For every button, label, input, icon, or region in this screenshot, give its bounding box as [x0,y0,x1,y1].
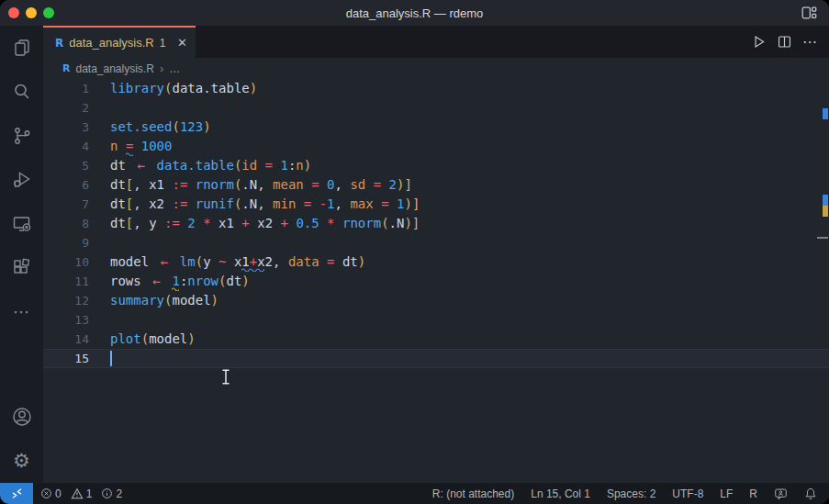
code-token: model [172,293,210,308]
vscode-window: data_analysis.R — rdemo [0,0,829,504]
more-views-icon[interactable]: ⋯ [0,290,43,334]
remote-icon [10,487,24,500]
run-and-debug-icon[interactable] [0,158,43,202]
code-token: mean [273,177,304,192]
code-line[interactable]: 7dt[, x2 := runif(.N, min = -1, max = 1)… [43,195,829,214]
r-session-status[interactable]: R: (not attached) [432,487,514,500]
minimize-window-button[interactable] [26,7,37,18]
window-title: data_analysis.R — rdemo [0,6,829,20]
code-line[interactable]: 3set.seed(123) [43,118,829,137]
code-text: summary(model) [110,291,218,310]
code-token: - [319,196,327,211]
code-line[interactable]: 5dt ← data.table(id = 1:n) [43,156,829,175]
code-text: model ← lm(y ~ x1+x2, data = dt) [110,252,365,272]
close-window-button[interactable] [8,7,19,18]
code-text: set.seed(123) [110,118,211,137]
code-token: )] [404,216,420,230]
code-token: := [164,216,180,230]
code-token: * [327,216,334,230]
breadcrumb-file[interactable]: data_analysis.R [75,62,153,75]
line-number: 12 [43,291,89,310]
line-number: 5 [43,156,89,175]
code-token: dt [110,216,126,230]
explorer-icon[interactable] [0,26,43,70]
code-text: dt[, x2 := runif(.N, min = -1, max = 1)] [110,195,420,214]
code-token: .N, [241,196,273,211]
code-line[interactable]: 9 [43,233,829,252]
code-token [374,196,381,211]
line-number: 7 [43,195,89,214]
code-text: dt[, x1 := rnorm(.N, mean = 0, sd = 2)] [110,175,412,195]
code-token [172,254,179,269]
code-line[interactable]: 11rows ← 1:nrow(dt) [43,272,829,291]
encoding-status[interactable]: UTF-8 [672,487,703,500]
remote-indicator[interactable] [0,483,33,504]
tab-label: data_analysis.R [69,36,154,50]
customize-layout-icon[interactable] [800,4,818,22]
warning-icon [71,487,84,499]
code-token: 1 [172,274,179,288]
code-editor[interactable]: 1library(data.table)23set.seed(123)4n = … [43,79,829,483]
more-actions-icon[interactable]: ⋯ [802,35,817,50]
code-token: nrow [187,274,218,288]
ibeam-mouse-cursor [219,368,232,386]
code-line[interactable]: 1library(data.table) [43,79,829,98]
notifications-bell-icon[interactable] [804,487,817,500]
code-line[interactable]: 10model ← lm(y ~ x1+x2, data = dt) [43,252,829,272]
code-token [118,139,125,153]
code-line[interactable]: 8dt[, y := 2 * x1 + x2 + 0.5 * rnorm(.N)… [43,214,829,233]
code-token: , x2 [133,196,172,211]
search-icon[interactable] [0,70,43,114]
eol-status[interactable]: LF [720,487,733,500]
code-line[interactable]: 13 [43,310,829,330]
code-line[interactable]: 12summary(model) [43,291,829,310]
problems-summary[interactable]: 0 1 2 [40,487,129,500]
settings-gear-icon[interactable]: ⚙ [0,439,43,483]
code-token: + [241,216,249,230]
code-line[interactable]: 6dt[, x1 := rnorm(.N, mean = 0, sd = 2)] [43,175,829,195]
code-token [335,216,342,230]
line-number: 15 [43,349,89,368]
code-token: .N, [241,177,273,192]
code-token: 0.5 [296,216,319,230]
code-token: ) [203,119,210,134]
split-editor-icon[interactable] [777,34,792,50]
tab-data-analysis[interactable]: R data_analysis.R 1 ✕ [43,26,196,58]
code-token [365,177,373,192]
code-token: dt [110,177,126,192]
source-control-icon[interactable] [0,114,43,158]
code-line[interactable]: 14plot(model) [43,330,829,349]
code-text: dt[, y := 2 * x1 + x2 + 0.5 * rnorm(.N)] [110,214,420,233]
code-token: ( [381,216,388,230]
code-token: set.seed [110,119,172,134]
run-file-icon[interactable] [751,34,767,50]
zoom-window-button[interactable] [43,7,54,18]
overview-ruler-warning-mark [823,206,828,217]
code-token: := [172,177,187,192]
code-token: model [110,254,157,269]
extensions-icon[interactable] [0,246,43,290]
text-cursor [110,351,112,366]
cursor-position-status[interactable]: Ln 15, Col 1 [531,487,590,500]
language-mode-status[interactable]: R [749,487,757,500]
breadcrumb-symbol[interactable]: … [169,62,180,75]
code-token: 2 [389,177,397,192]
info-icon [101,487,113,499]
code-token: summary [110,293,164,308]
overview-ruler-info-mark [823,195,828,206]
code-token: 0 [327,177,334,192]
error-count: 0 [55,487,62,500]
code-token: := [172,196,187,211]
code-line[interactable]: 4n = 1000 [43,137,829,156]
code-token: , y [133,216,164,230]
remote-explorer-icon[interactable] [0,202,43,246]
code-line[interactable]: 15 [43,349,829,368]
feedback-icon[interactable] [774,487,788,500]
account-icon[interactable] [0,395,43,439]
close-icon[interactable]: ✕ [177,37,187,49]
code-text: n = 1000 [110,137,172,156]
titlebar: data_analysis.R — rdemo [0,0,829,26]
code-line[interactable]: 2 [43,98,829,118]
indentation-status[interactable]: Spaces: 2 [607,487,655,500]
line-number: 10 [43,252,89,272]
